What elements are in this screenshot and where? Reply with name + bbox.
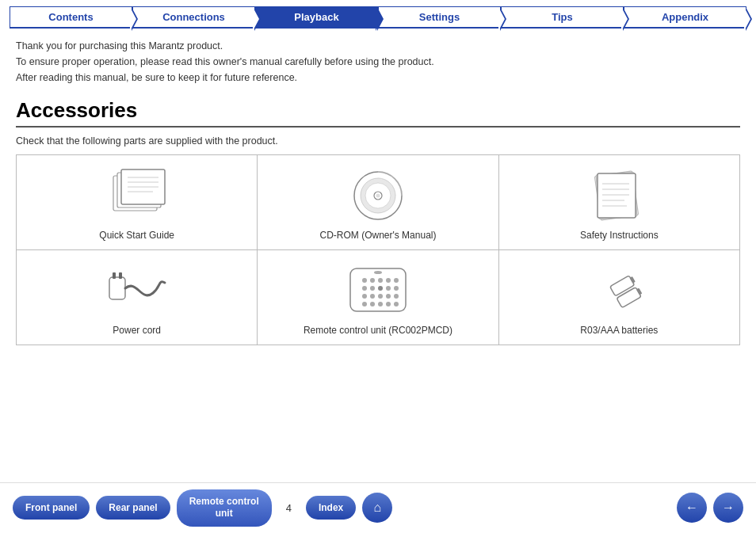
safety-instructions-label: Safety Instructions: [580, 230, 659, 241]
remote-control-icon: [338, 263, 418, 318]
svg-point-28: [394, 278, 399, 283]
safety-instructions-icon: [579, 168, 659, 223]
power-cord-label: Power cord: [113, 325, 161, 336]
tab-tips[interactable]: Tips: [501, 6, 624, 27]
section-title: Accessories: [16, 98, 740, 128]
svg-point-25: [370, 278, 375, 283]
svg-point-34: [362, 294, 367, 299]
section-subtitle: Check that the following parts are suppl…: [16, 135, 740, 147]
home-icon: ⌂: [373, 501, 381, 515]
forward-arrow-icon: →: [722, 501, 735, 515]
svg-point-44: [374, 271, 382, 274]
accessory-safety-instructions: Safety Instructions: [499, 155, 740, 250]
remote-control-unit-button[interactable]: Remote controlunit: [177, 489, 272, 527]
accessory-power-cord: Power cord: [17, 250, 258, 345]
rear-panel-button[interactable]: Rear panel: [96, 496, 170, 520]
remote-control-label: Remote control unit (RC002PMCD): [304, 325, 452, 336]
page-number: 4: [286, 502, 292, 514]
tab-contents[interactable]: Contents: [10, 6, 132, 27]
bottom-bar: Front panel Rear panel Remote controluni…: [0, 482, 756, 533]
index-button[interactable]: Index: [306, 496, 356, 520]
svg-rect-14: [598, 173, 636, 218]
back-button[interactable]: ←: [677, 493, 707, 523]
svg-point-27: [386, 278, 391, 283]
tab-playback[interactable]: Playback: [255, 6, 378, 27]
quick-start-guide-icon: [97, 168, 177, 223]
svg-point-24: [362, 278, 367, 283]
svg-point-11: [376, 193, 380, 197]
svg-point-32: [386, 286, 391, 291]
accessory-remote-control: Remote control unit (RC002PMCD): [258, 250, 498, 345]
home-button[interactable]: ⌂: [362, 493, 392, 523]
svg-point-39: [362, 302, 367, 306]
tab-appendix[interactable]: Appendix: [624, 6, 746, 27]
svg-point-35: [370, 294, 375, 299]
svg-point-36: [378, 294, 383, 299]
accessory-quick-start-guide: Quick Start Guide: [17, 155, 258, 250]
accessories-grid: Quick Start Guide CD-ROM (Owner's Manual…: [16, 154, 740, 345]
power-cord-icon: [97, 263, 177, 318]
svg-point-30: [370, 286, 375, 291]
svg-rect-20: [109, 277, 125, 299]
forward-button[interactable]: →: [713, 493, 743, 523]
front-panel-button[interactable]: Front panel: [13, 496, 90, 520]
svg-point-42: [386, 302, 391, 306]
svg-point-31: [378, 286, 383, 291]
svg-rect-22: [119, 272, 122, 279]
tab-settings[interactable]: Settings: [378, 6, 501, 27]
svg-point-26: [378, 278, 383, 283]
tab-connections[interactable]: Connections: [132, 6, 255, 27]
back-arrow-icon: ←: [685, 501, 698, 515]
accessory-batteries: R03/AAA batteries: [499, 250, 740, 345]
accessory-cd-rom: CD-ROM (Owner's Manual): [258, 155, 498, 250]
svg-point-43: [394, 302, 399, 306]
svg-point-29: [362, 286, 367, 291]
cd-rom-label: CD-ROM (Owner's Manual): [320, 230, 437, 241]
svg-point-33: [394, 286, 399, 291]
svg-point-38: [394, 294, 399, 299]
svg-point-37: [386, 294, 391, 299]
batteries-label: R03/AAA batteries: [580, 325, 658, 336]
main-content: Thank you for purchasing this Marantz pr…: [0, 29, 756, 482]
svg-point-41: [378, 302, 383, 306]
batteries-icon: [579, 263, 659, 318]
nav-tabs: Contents Connections Playback Settings T…: [10, 6, 746, 29]
intro-text: Thank you for purchasing this Marantz pr…: [16, 38, 740, 86]
svg-rect-21: [113, 272, 116, 279]
cd-rom-icon: [338, 168, 418, 223]
quick-start-guide-label: Quick Start Guide: [99, 230, 174, 241]
svg-point-40: [370, 302, 375, 306]
